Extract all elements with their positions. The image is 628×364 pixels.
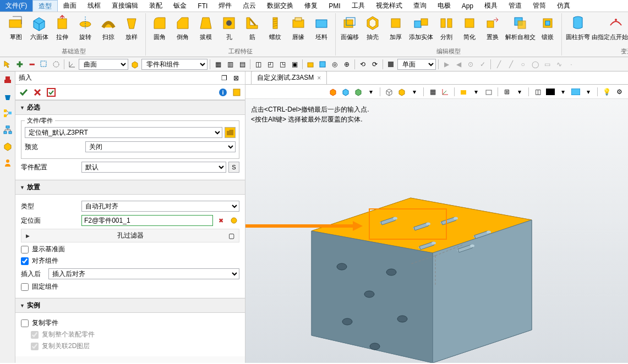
cylinder-bend-button[interactable]: 圆柱折弯: [564, 13, 592, 42]
info-button[interactable]: i: [217, 86, 229, 98]
tb-ico-7[interactable]: ▣: [289, 59, 300, 70]
menu-tab-electrode[interactable]: 电极: [432, 0, 456, 12]
browse-button[interactable]: [225, 127, 236, 138]
type-select[interactable]: 自动孔对齐: [81, 201, 239, 212]
menu-tab-pointcloud[interactable]: 点云: [237, 0, 261, 12]
fix-comp-checkbox[interactable]: [21, 283, 29, 291]
file-select[interactable]: 定位销_默认.Z3PRT: [25, 127, 222, 138]
vpt-color-black[interactable]: [545, 86, 556, 97]
tb-sketch-3[interactable]: ○: [517, 59, 528, 70]
menu-tab-direct-edit[interactable]: 直接编辑: [106, 0, 144, 12]
cancel-button[interactable]: [31, 86, 43, 98]
tb-sketch-2[interactable]: ╱: [505, 59, 516, 70]
tb-sketch-7[interactable]: ·: [566, 59, 577, 70]
vpt-drop-6[interactable]: ▾: [583, 86, 594, 97]
vpt-view-fit[interactable]: ⊞: [501, 86, 512, 97]
vpt-drop-3[interactable]: ▾: [471, 86, 482, 97]
part-icon[interactable]: [2, 141, 13, 152]
thread-button[interactable]: 螺纹: [264, 13, 287, 42]
face-clear-button[interactable]: ✖: [215, 215, 226, 226]
face-pick-button[interactable]: [228, 215, 239, 226]
filter-icon[interactable]: [51, 59, 62, 70]
face-mode-select[interactable]: 单面: [397, 59, 436, 70]
vpt-wire-2[interactable]: [396, 86, 407, 97]
hierarchy-icon[interactable]: [2, 124, 13, 135]
menu-tab-repair[interactable]: 修复: [299, 0, 323, 12]
accept-button[interactable]: [18, 86, 30, 98]
sweep-button[interactable]: 扫掠: [97, 13, 120, 42]
self-intersect-button[interactable]: 解析自相交: [504, 13, 536, 42]
menu-tab-modeling[interactable]: 造型: [32, 0, 58, 12]
menu-tab-sheetmetal[interactable]: 钣金: [168, 0, 192, 12]
tb-ico-8[interactable]: [305, 59, 316, 70]
apply-button[interactable]: [45, 86, 57, 98]
tab-close-icon[interactable]: ×: [317, 74, 321, 82]
tb-sketch-5[interactable]: ▭: [542, 59, 553, 70]
face-offset-button[interactable]: 面偏移: [338, 13, 361, 42]
menu-tab-pmi[interactable]: PMI: [323, 0, 346, 12]
menu-tab-pipe[interactable]: 管道: [503, 0, 527, 12]
tb-ico-6[interactable]: ◳: [277, 59, 288, 70]
replace-button[interactable]: 置换: [481, 13, 504, 42]
tb-ico-13[interactable]: ⟳: [369, 59, 380, 70]
instance-section-header[interactable]: 实例: [15, 298, 245, 313]
tb-nav-3[interactable]: ⊙: [465, 59, 476, 70]
panel-close-icon[interactable]: ⊠: [231, 73, 242, 84]
vpt-section[interactable]: ◫: [532, 86, 543, 97]
user-icon[interactable]: [2, 157, 13, 168]
vpt-drop-1[interactable]: ▾: [365, 86, 376, 97]
hexahedron-button[interactable]: 六面体: [28, 13, 51, 42]
draft-button[interactable]: 拔模: [194, 13, 217, 42]
inlay-button[interactable]: 镶嵌: [536, 13, 559, 42]
tb-ico-1[interactable]: ▦: [212, 59, 223, 70]
menu-tab-assembly[interactable]: 装配: [144, 0, 168, 12]
part-config-select[interactable]: 默认: [81, 162, 226, 173]
menu-tab-mold[interactable]: 模具: [479, 0, 503, 12]
menu-tab-wireframe[interactable]: 线框: [82, 0, 106, 12]
deform-from-point-button[interactable]: 由指定点开始变形: [592, 13, 628, 42]
s-button[interactable]: S: [228, 162, 239, 173]
menu-tab-tools[interactable]: 工具: [346, 0, 370, 12]
tb-shape-icon[interactable]: [385, 59, 396, 70]
tb-sketch-4[interactable]: ◯: [529, 59, 540, 70]
tb-ico-4[interactable]: ◫: [253, 59, 264, 70]
tb-ico-9[interactable]: [317, 59, 328, 70]
shell-button[interactable]: 抽壳: [361, 13, 384, 42]
panel-restore-icon[interactable]: ❐: [219, 73, 230, 84]
vpt-drop-2[interactable]: ▾: [409, 86, 420, 97]
coord-icon[interactable]: [67, 59, 78, 70]
align-comp-checkbox[interactable]: [21, 257, 29, 265]
menu-tab-sim[interactable]: 仿真: [551, 0, 576, 12]
tb-ico-11[interactable]: ⊕: [341, 59, 352, 70]
vpt-drop-4[interactable]: ▾: [514, 86, 525, 97]
after-insert-select[interactable]: 插入后对齐: [48, 268, 239, 279]
tb-ico-12[interactable]: ⟲: [357, 59, 368, 70]
vpt-wire-1[interactable]: [384, 86, 395, 97]
revolve-button[interactable]: 旋转: [74, 13, 97, 42]
menu-tab-weld[interactable]: 焊件: [213, 0, 237, 12]
copy-part-checkbox[interactable]: [21, 319, 29, 327]
vpt-cube-2[interactable]: [340, 86, 351, 97]
hole-filter-header[interactable]: 孔过滤器 ▢: [21, 229, 239, 242]
tree-icon[interactable]: [2, 108, 13, 119]
loft-button[interactable]: 放样: [120, 13, 143, 42]
tb-sketch-6[interactable]: ∿: [554, 59, 565, 70]
tb-ico-3[interactable]: ▤: [237, 59, 248, 70]
tb-sketch-1[interactable]: ╱: [493, 59, 504, 70]
add-icon[interactable]: ✚: [14, 59, 25, 70]
tb-nav-1[interactable]: ▶: [441, 59, 452, 70]
vpt-light[interactable]: 💡: [601, 86, 612, 97]
thicken-button[interactable]: 加厚: [384, 13, 407, 42]
tb-ico-10[interactable]: ◎: [329, 59, 340, 70]
vpt-wireframe[interactable]: [483, 86, 494, 97]
vpt-cube-1[interactable]: [327, 86, 338, 97]
chamfer-button[interactable]: 倒角: [171, 13, 194, 42]
lip-button[interactable]: 唇缘: [287, 13, 310, 42]
cube-icon[interactable]: [129, 59, 140, 70]
face-input[interactable]: [81, 215, 213, 226]
vpt-color-blue[interactable]: [570, 86, 581, 97]
bucket-icon[interactable]: [2, 91, 13, 102]
vpt-solid[interactable]: [458, 86, 469, 97]
tb-nav-2[interactable]: ◀: [453, 59, 464, 70]
menu-tab-query[interactable]: 查询: [408, 0, 432, 12]
